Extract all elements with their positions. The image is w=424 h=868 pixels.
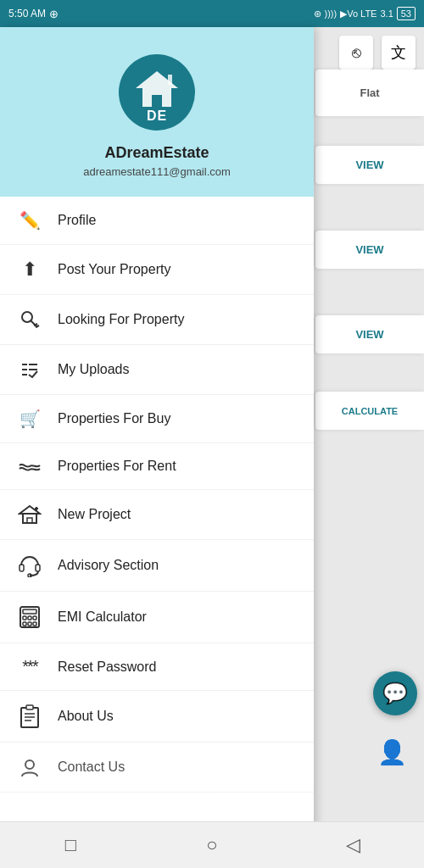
about-us-label: About Us [58,709,114,724]
nav-back-button[interactable]: ◁ [337,828,371,862]
menu-item-contact-us[interactable]: Contact Us [0,743,314,793]
properties-for-rent-label: Properties For Rent [58,459,176,474]
view-button-3[interactable]: VIEW [315,315,424,353]
advisory-section-label: Advisory Section [58,558,159,573]
pencil-icon: ✏️ [17,210,42,231]
wifi-icon: )))) [325,8,338,19]
calculator-icon [17,605,42,629]
chat-fab-button[interactable]: 💬 [373,671,417,715]
svg-rect-2 [152,95,162,107]
user-email: adreamestate111@gmail.com [83,165,231,178]
avatar: DE [119,54,195,131]
svg-rect-26 [23,622,26,626]
content-area: ⎋ 文 Flat VIEW VIEW VIEW CALCULATE 💬 👤 [0,27,424,868]
location-icon: ⊕ [49,8,59,20]
network-icon: 3.1 [380,8,393,19]
svg-rect-30 [26,705,33,709]
avatar-initials: DE [147,108,167,124]
menu-item-new-project[interactable]: New Project [0,490,314,540]
view-button-2[interactable]: VIEW [315,231,424,269]
svg-point-34 [25,760,34,769]
key-icon [17,309,42,331]
flat-badge: Flat [315,70,424,116]
emi-calculator-label: EMI Calculator [58,609,147,625]
svg-rect-18 [20,565,24,571]
svg-rect-23 [23,616,26,620]
signal-icon: ▶Vo LTE [340,8,377,19]
menu-item-my-uploads[interactable]: My Uploads [0,345,314,395]
svg-rect-27 [28,622,31,626]
home-new-icon [17,504,42,526]
time-display: 5:50 AM [8,8,46,19]
menu-item-properties-for-buy[interactable]: 🛒 Properties For Buy [0,395,314,443]
svg-rect-3 [168,75,172,85]
menu-item-looking-for-property[interactable]: Looking For Property [0,295,314,345]
properties-for-buy-label: Properties For Buy [58,411,170,426]
status-bar: 5:50 AM ⊕ ⊛ )))) ▶Vo LTE 3.1 53 [0,0,424,27]
handshake-icon [17,457,42,476]
svg-rect-28 [33,622,36,626]
menu-item-emi-calculator[interactable]: EMI Calculator [0,592,314,643]
drawer-header: DE ADreamEstate adreamestate111@gmail.co… [0,27,314,197]
my-uploads-label: My Uploads [58,362,129,377]
share-button[interactable]: ⎋ [339,36,373,70]
post-property-label: Post Your Property [58,262,170,277]
contact-icon [17,756,42,778]
translate-button[interactable]: 文 [382,36,416,70]
menu-item-about-us[interactable]: About Us [0,691,314,743]
looking-for-property-label: Looking For Property [58,312,184,327]
menu-item-profile[interactable]: ✏️ Profile [0,197,314,245]
asterisk-icon: *** [17,657,42,676]
upload-icon: ⬆ [17,259,42,281]
bluetooth-icon: ⊛ [314,8,321,19]
bottom-navigation: □ ○ ◁ [0,821,424,868]
profile-label: Profile [58,213,96,228]
user-name: ADreamEstate [104,144,209,162]
menu-item-reset-password[interactable]: *** Reset Password [0,643,314,691]
profile-icon[interactable]: 👤 [377,738,407,766]
svg-rect-24 [28,616,31,620]
menu-item-advisory-section[interactable]: Advisory Section [0,540,314,592]
status-time: 5:50 AM ⊕ [8,8,59,20]
view-button-1[interactable]: VIEW [315,146,424,184]
navigation-drawer: DE ADreamEstate adreamestate111@gmail.co… [0,27,314,868]
drawer-menu: ✏️ Profile ⬆ Post Your Property [0,197,314,868]
svg-rect-22 [23,609,36,614]
svg-rect-19 [36,565,40,571]
headset-icon [17,554,42,577]
svg-rect-25 [33,616,36,620]
calculate-button[interactable]: CALCULATE [315,392,424,430]
menu-item-properties-for-rent[interactable]: Properties For Rent [0,443,314,490]
nav-square-button[interactable]: □ [53,828,87,862]
contact-us-label: Contact Us [58,760,125,775]
reset-password-label: Reset Password [58,659,157,675]
cart-icon: 🛒 [17,409,42,429]
menu-item-post-property[interactable]: ⬆ Post Your Property [0,245,314,295]
battery-icon: 53 [397,7,416,20]
new-project-label: New Project [58,507,131,522]
list-check-icon [17,359,42,381]
nav-home-button[interactable]: ○ [195,828,229,862]
clipboard-icon [17,704,42,728]
status-icons: ⊛ )))) ▶Vo LTE 3.1 53 [314,7,416,20]
